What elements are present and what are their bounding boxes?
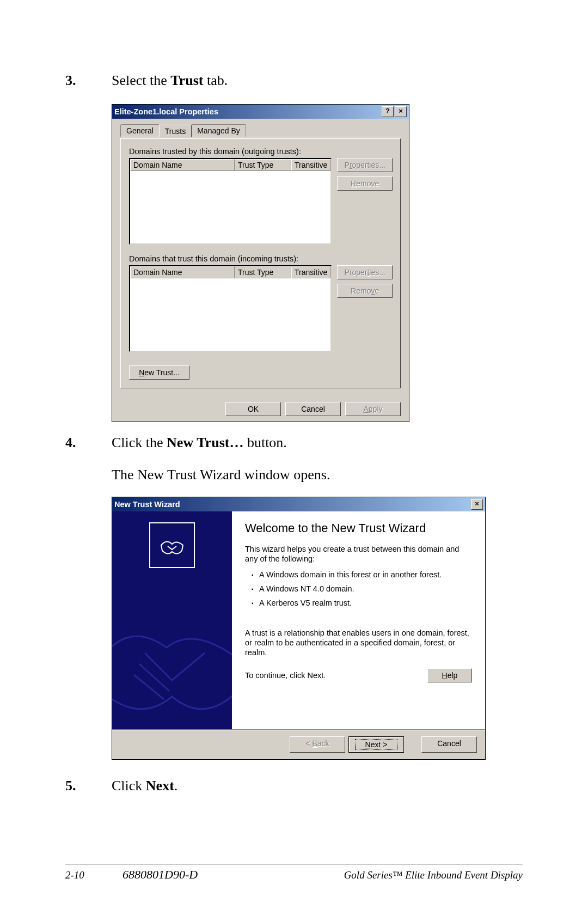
incoming-buttons: Properties... Remove (337, 265, 393, 352)
outgoing-listbox[interactable]: Domain Name Trust Type Transitive (129, 158, 332, 245)
incoming-listbox[interactable]: Domain Name Trust Type Transitive (129, 265, 332, 352)
col-domain-name[interactable]: Domain Name (130, 159, 235, 171)
text: . (174, 778, 178, 794)
remove-button: Remove (337, 176, 393, 191)
incoming-label: Domains that trust this domain (incoming… (129, 254, 392, 263)
close-icon[interactable]: × (395, 106, 407, 117)
new-trust-row: New Trust... (129, 365, 392, 380)
cancel-button[interactable]: Cancel (285, 402, 341, 416)
wizard-main: Welcome to the New Trust Wizard This wiz… (232, 511, 485, 729)
step-text: Click Next. (112, 776, 523, 796)
outgoing-row: Domain Name Trust Type Transitive Proper… (129, 158, 392, 245)
continue-text: To continue, click Next. (245, 671, 326, 680)
list-item: A Kerberos V5 realm trust. (252, 599, 472, 607)
properties-dialog: Elite-Zone1.local Properties ? × General… (112, 104, 409, 422)
tab-managed-by[interactable]: Managed By (191, 124, 246, 137)
page-footer: 2-10 6880801D90-D Gold Series™ Elite Inb… (65, 864, 523, 882)
bold-text: Next (146, 778, 174, 794)
outgoing-buttons: Properties... Remove (337, 158, 393, 245)
dialog-footer: OK Cancel Apply (112, 396, 409, 422)
product-name: Gold Series™ Elite Inbound Event Display (344, 869, 523, 881)
handshake-icon (149, 522, 195, 568)
step-4: 4. Click the New Trust… button. (65, 433, 523, 453)
step-4-subtext: The New Trust Wizard window opens. (112, 467, 523, 483)
handshake-background-icon (112, 577, 232, 729)
step-text: Click the New Trust… button. (112, 433, 523, 453)
list-item: A Windows domain in this forest or in an… (252, 570, 472, 579)
wizard-intro: This wizard helps you create a trust bet… (245, 544, 472, 564)
new-trust-button[interactable]: New Trust... (129, 365, 189, 380)
step-5: 5. Click Next. (65, 776, 523, 796)
tabs: General Trusts Managed By (120, 124, 401, 137)
wizard-body: Welcome to the New Trust Wizard This wiz… (112, 511, 485, 729)
remove-button: Remove (337, 284, 393, 298)
col-transitive[interactable]: Transitive (291, 266, 330, 278)
trust-description: A trust is a relationship that enables u… (245, 628, 472, 657)
step-number: 4. (65, 433, 112, 453)
properties-button: Properties... (337, 265, 393, 279)
incoming-row: Domain Name Trust Type Transitive Proper… (129, 265, 392, 352)
window-controls: × (471, 499, 483, 510)
next-button[interactable]: Next > (348, 736, 404, 753)
wizard-footer: < Back Next > Cancel (112, 729, 485, 759)
cancel-button[interactable]: Cancel (421, 736, 477, 753)
properties-button: Properties... (337, 158, 393, 172)
text: Click the (112, 435, 167, 450)
col-trust-type[interactable]: Trust Type (235, 266, 291, 278)
new-trust-wizard-dialog: New Trust Wizard × Welcome to the New Tr… (112, 497, 486, 760)
outgoing-label: Domains trusted by this domain (outgoing… (129, 147, 392, 156)
titlebar: Elite-Zone1.local Properties ? × (112, 105, 409, 119)
wizard-list: A Windows domain in this forest or in an… (252, 570, 472, 607)
window-title: Elite-Zone1.local Properties (114, 107, 218, 116)
back-button: < Back (290, 736, 345, 753)
titlebar: New Trust Wizard × (112, 497, 485, 511)
step-number: 5. (65, 776, 112, 796)
text: button. (243, 435, 286, 450)
list-header: Domain Name Trust Type Transitive (130, 159, 330, 171)
document-id: 6880801D90-D (122, 868, 198, 882)
bold-text: Trust (170, 72, 203, 88)
continue-row: To continue, click Next. Help (245, 668, 472, 682)
list-item: A Windows NT 4.0 domain. (252, 584, 472, 593)
step-number: 3. (65, 71, 112, 90)
bold-text: New Trust… (167, 435, 243, 450)
ok-button[interactable]: OK (225, 402, 281, 416)
step-text: Select the Trust tab. (112, 71, 523, 90)
tab-general[interactable]: General (120, 124, 160, 137)
page-content: 3. Select the Trust tab. Elite-Zone1.loc… (0, 0, 588, 796)
text: Select the (112, 72, 170, 88)
dialog-body: General Trusts Managed By Domains truste… (112, 119, 409, 396)
close-icon[interactable]: × (471, 499, 483, 510)
text: Click (112, 778, 146, 794)
window-title: New Trust Wizard (114, 500, 180, 509)
text: tab. (204, 72, 228, 88)
tab-trusts[interactable]: Trusts (159, 125, 192, 137)
col-trust-type[interactable]: Trust Type (235, 159, 291, 171)
tab-content: Domains trusted by this domain (outgoing… (120, 138, 401, 388)
window-controls: ? × (382, 106, 407, 117)
col-domain-name[interactable]: Domain Name (130, 266, 235, 278)
wizard-heading: Welcome to the New Trust Wizard (245, 521, 472, 535)
wizard-sidebar (112, 511, 232, 729)
col-transitive[interactable]: Transitive (291, 159, 330, 171)
help-icon[interactable]: ? (382, 106, 394, 117)
step-3: 3. Select the Trust tab. (65, 71, 523, 90)
page-number: 2-10 (65, 869, 122, 881)
help-button[interactable]: Help (427, 668, 472, 682)
list-header: Domain Name Trust Type Transitive (130, 266, 330, 278)
apply-button: Apply (345, 402, 401, 416)
